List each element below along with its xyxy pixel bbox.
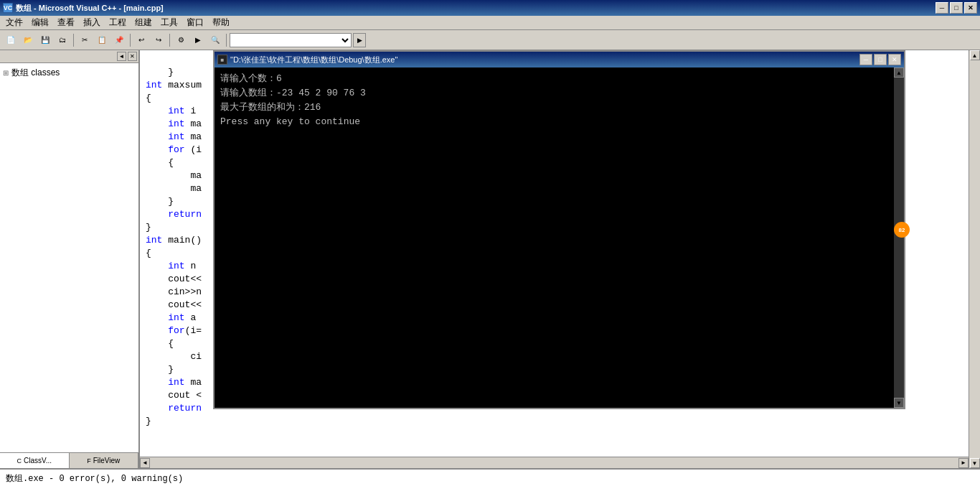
tree-root-item[interactable]: ⊞ 数组 classes	[3, 66, 136, 80]
main-vscrollbar: ▲ ▼	[969, 50, 980, 468]
menu-edit[interactable]: 编辑	[27, 15, 53, 30]
menu-insert[interactable]: 插入	[79, 15, 105, 30]
run-button[interactable]: ▶	[190, 32, 206, 48]
save-all-button[interactable]: 🗂	[55, 32, 70, 48]
go-button[interactable]: ▶	[353, 33, 366, 47]
hscroll-left-button[interactable]: ◄	[140, 458, 150, 468]
toolbar: 📄 📂 💾 🗂 ✂ 📋 📌 ↩ ↪ ⚙ ▶ 🔍 ▶	[0, 30, 980, 50]
window-title: 数组 - Microsoft Visual C++ - [main.cpp]	[16, 3, 164, 14]
orange-badge: 82	[894, 222, 910, 238]
toolbar-sep-2	[130, 34, 131, 47]
console-scroll-up[interactable]: ▲	[894, 67, 904, 78]
toolbar-sep-1	[73, 34, 74, 47]
close-button[interactable]: ✕	[964, 2, 977, 14]
console-maximize-button[interactable]: □	[874, 54, 887, 65]
panel-tabs: C ClassV... F FileView	[0, 452, 138, 468]
minimize-button[interactable]: ─	[936, 2, 948, 14]
fileview-tab[interactable]: F FileView	[70, 453, 139, 468]
console-scroll-track	[894, 78, 904, 398]
console-line-3: 最大子数组的和为：216	[220, 101, 888, 115]
menu-file[interactable]: 文件	[1, 15, 27, 30]
toolbar-sep-3	[169, 34, 170, 47]
classview-tab[interactable]: C ClassV...	[0, 453, 70, 468]
console-line-2: 请输入数组：-23 45 2 90 76 3	[220, 86, 888, 101]
build-button[interactable]: ⚙	[173, 32, 189, 48]
vscroll-track[interactable]	[971, 60, 979, 458]
panel-header: ◄ ✕	[0, 50, 138, 63]
new-button[interactable]: 📄	[3, 32, 19, 48]
undo-button[interactable]: ↩	[133, 32, 149, 48]
menu-tools[interactable]: 工具	[156, 15, 182, 30]
console-window: ■ "D:\张佳苼\软件工程\数组\数组\Debug\数组.exe" ─ □ ✕…	[213, 50, 905, 409]
console-line-1: 请输入个数：6	[220, 72, 888, 86]
title-bar-left: VC 数组 - Microsoft Visual C++ - [main.cpp…	[3, 3, 164, 14]
console-line-4: Press any key to continue	[220, 115, 888, 129]
config-dropdown[interactable]	[230, 33, 352, 47]
save-button[interactable]: 💾	[37, 32, 53, 48]
debug-button[interactable]: 🔍	[207, 32, 223, 48]
menu-view[interactable]: 查看	[53, 15, 79, 30]
classview-label: ClassV...	[24, 457, 52, 465]
open-button[interactable]: 📂	[20, 32, 36, 48]
panel-collapse-button[interactable]: ◄	[117, 52, 126, 61]
menu-bar: 文件 编辑 查看 插入 工程 组建 工具 窗口 帮助	[0, 16, 980, 30]
console-title-bar: ■ "D:\张佳苼\软件工程\数组\数组\Debug\数组.exe" ─ □ ✕	[215, 52, 904, 67]
hscroll-track[interactable]	[150, 459, 958, 467]
cut-button[interactable]: ✂	[77, 32, 93, 48]
console-output: 请输入个数：6 请输入数组：-23 45 2 90 76 3 最大子数组的和为：…	[215, 67, 894, 408]
console-title-left: ■ "D:\张佳苼\软件工程\数组\数组\Debug\数组.exe"	[217, 55, 397, 65]
classview-icon: C	[17, 457, 22, 465]
copy-button[interactable]: 📋	[94, 32, 110, 48]
output-panel: 数组.exe - 0 error(s), 0 warning(s)	[0, 468, 980, 504]
console-scrollbar: ▲ ▼	[894, 67, 904, 408]
tree-root-label: 数组 classes	[11, 67, 60, 79]
window-controls: ─ □ ✕	[936, 2, 977, 14]
fileview-label: FileView	[93, 457, 121, 465]
maximize-button[interactable]: □	[950, 2, 963, 14]
left-panel: ◄ ✕ ⊞ 数组 classes C ClassV... F FileView	[0, 50, 140, 468]
class-tree: ⊞ 数组 classes	[0, 63, 138, 452]
menu-help[interactable]: 帮助	[208, 15, 234, 30]
panel-close-button[interactable]: ✕	[128, 52, 137, 61]
main-area: ◄ ✕ ⊞ 数组 classes C ClassV... F FileView …	[0, 50, 980, 468]
editor-area: } int maxsum { int i int ma int ma for (…	[140, 50, 969, 468]
fileview-icon: F	[87, 457, 91, 465]
console-title: "D:\张佳苼\软件工程\数组\数组\Debug\数组.exe"	[230, 55, 397, 65]
console-scroll-down[interactable]: ▼	[894, 398, 904, 408]
vscroll-down-button[interactable]: ▼	[970, 458, 980, 468]
menu-build[interactable]: 组建	[131, 15, 156, 30]
menu-project[interactable]: 工程	[105, 15, 131, 30]
menu-window[interactable]: 窗口	[182, 15, 208, 30]
console-controls: ─ □ ✕	[859, 54, 901, 65]
title-bar: VC 数组 - Microsoft Visual C++ - [main.cpp…	[0, 0, 980, 16]
code-editor[interactable]: } int maxsum { int i int ma int ma for (…	[140, 50, 969, 457]
console-minimize-button[interactable]: ─	[859, 54, 872, 65]
console-app-icon: ■	[217, 55, 227, 65]
tree-expand-icon: ⊞	[3, 69, 9, 77]
editor-hscrollbar: ◄ ►	[140, 457, 969, 468]
console-body: 请输入个数：6 请输入数组：-23 45 2 90 76 3 最大子数组的和为：…	[215, 67, 904, 408]
hscroll-right-button[interactable]: ►	[958, 458, 969, 468]
vscroll-up-button[interactable]: ▲	[970, 50, 980, 60]
app-icon: VC	[3, 3, 13, 13]
paste-button[interactable]: 📌	[111, 32, 127, 48]
console-close-button[interactable]: ✕	[888, 54, 901, 65]
toolbar-sep-4	[226, 34, 227, 47]
redo-button[interactable]: ↪	[151, 32, 166, 48]
output-text: 数组.exe - 0 error(s), 0 warning(s)	[6, 472, 974, 485]
